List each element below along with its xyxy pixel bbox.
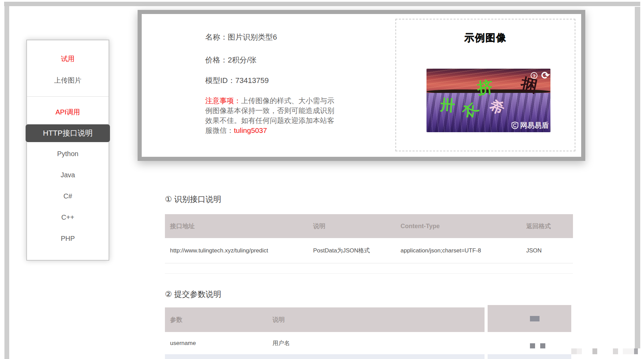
section2-title: ② 提交参数说明 bbox=[165, 289, 221, 300]
artifact-block bbox=[613, 348, 618, 354]
sidebar: 试用 上传图片 API调用 HTTP接口说明 Python Java C# C+… bbox=[26, 40, 109, 261]
table-row: http://www.tulingtech.xyz/tuling/predict… bbox=[165, 238, 573, 263]
top-frame-strip bbox=[4, 2, 640, 6]
table-row: username 用户名 bbox=[165, 332, 485, 355]
artifact-block bbox=[577, 348, 582, 354]
col-endpoint: 接口地址 bbox=[165, 214, 308, 238]
watermark-text: 网易易盾 bbox=[520, 121, 549, 130]
api-table-header: 接口地址 说明 Content-Type 返回格式 bbox=[165, 214, 573, 238]
model-name-label: 名称： bbox=[205, 33, 228, 41]
notice-label: 注意事项： bbox=[205, 97, 241, 105]
page: 试用 上传图片 API调用 HTTP接口说明 Python Java C# C+… bbox=[0, 0, 644, 359]
model-name-value: 图片识别类型6 bbox=[228, 33, 277, 41]
help-icon[interactable]: ? bbox=[531, 72, 537, 79]
artifact-block bbox=[623, 348, 634, 354]
params-table-header: 参数 说明 bbox=[165, 307, 485, 332]
yidun-shield-icon bbox=[512, 122, 518, 129]
captcha-image[interactable]: 挤卅衣希捆 ? ⟳ 网易易盾 bbox=[426, 69, 550, 132]
notice-paragraph: 注意事项：上传图像的样式、大小需与示例图像基本保持一致，否则可能造成识别效果不佳… bbox=[205, 96, 337, 135]
params-table-main: 参数 说明 username 用户名 bbox=[165, 307, 485, 355]
col-content-type: Content-Type bbox=[395, 214, 521, 238]
example-image-box: 示例图像 挤卅衣希捆 ? ⟳ 网易易盾 bbox=[395, 19, 575, 151]
sidebar-item-python[interactable]: Python bbox=[27, 149, 109, 159]
endpoint-url: http://www.tulingtech.xyz/tuling/predict bbox=[165, 247, 308, 254]
endpoint-return-format: JSON bbox=[521, 247, 573, 254]
sidebar-item-java[interactable]: Java bbox=[27, 170, 109, 180]
artifact-block bbox=[592, 348, 597, 354]
zebra-row bbox=[488, 354, 571, 359]
sidebar-item-trial[interactable]: 试用 bbox=[27, 54, 109, 64]
sidebar-item-http-doc[interactable]: HTTP接口说明 bbox=[26, 124, 110, 142]
sidebar-item-api[interactable]: API调用 bbox=[27, 107, 109, 117]
model-price-line: 价格：2积分/张 bbox=[205, 55, 339, 65]
endpoint-desc: PostData为JSON格式 bbox=[308, 247, 395, 254]
example-title: 示例图像 bbox=[396, 31, 575, 45]
placeholder-square bbox=[540, 343, 545, 348]
empty-table-row bbox=[165, 263, 573, 274]
param-desc: 用户名 bbox=[267, 339, 485, 347]
sidebar-divider bbox=[27, 96, 109, 97]
watermark: 网易易盾 bbox=[512, 121, 549, 130]
model-id-line: 模型ID：73413759 bbox=[205, 75, 339, 86]
params-table: 参数 说明 username 用户名 bbox=[165, 305, 571, 359]
api-table: 接口地址 说明 Content-Type 返回格式 http://www.tul… bbox=[165, 214, 573, 274]
params-table-right-header bbox=[488, 305, 571, 332]
sidebar-item-csharp[interactable]: C# bbox=[27, 191, 109, 201]
sidebar-item-upload[interactable]: 上传图片 bbox=[27, 75, 109, 85]
model-id-label: 模型ID： bbox=[205, 76, 235, 85]
param-name: username bbox=[165, 340, 267, 347]
left-frame-strip bbox=[4, 6, 9, 359]
col-param-desc: 说明 bbox=[267, 307, 485, 332]
col-desc: 说明 bbox=[308, 214, 395, 238]
model-price-value: 2积分/张 bbox=[228, 56, 256, 64]
zebra-row bbox=[165, 354, 485, 359]
endpoint-content-type: application/json;charset=UTF-8 bbox=[395, 247, 521, 254]
model-price-label: 价格： bbox=[205, 56, 228, 64]
right-scroll-strip[interactable] bbox=[635, 7, 640, 348]
placeholder-square bbox=[530, 343, 535, 348]
captcha-char[interactable]: 挤 bbox=[476, 79, 494, 96]
placeholder-block bbox=[530, 316, 540, 321]
col-param: 参数 bbox=[165, 307, 267, 332]
model-name-line: 名称：图片识别类型6 bbox=[205, 32, 339, 42]
sidebar-item-php[interactable]: PHP bbox=[27, 233, 109, 244]
model-id-value: 73413759 bbox=[235, 76, 269, 85]
refresh-icon[interactable]: ⟳ bbox=[541, 69, 550, 81]
notice-wechat: tuling5037 bbox=[234, 126, 267, 134]
col-return-format: 返回格式 bbox=[521, 214, 573, 238]
scroll-thumb[interactable] bbox=[634, 348, 638, 354]
section1-title: ① 识别接口说明 bbox=[165, 194, 221, 205]
model-info-card: 名称：图片识别类型6 价格：2积分/张 模型ID：73413759 注意事项：上… bbox=[138, 10, 585, 161]
sidebar-item-cpp[interactable]: C++ bbox=[27, 212, 109, 222]
captcha-char[interactable]: 卅 bbox=[440, 97, 456, 113]
artifact-block bbox=[571, 348, 577, 354]
